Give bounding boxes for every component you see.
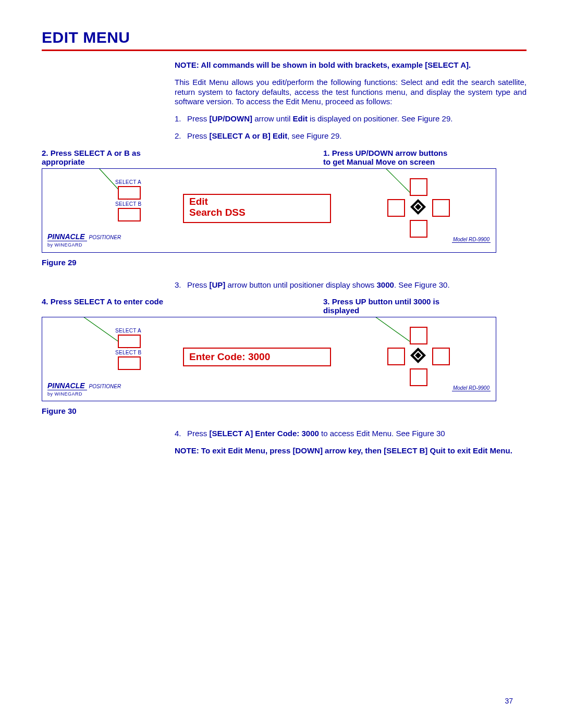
title-rule bbox=[42, 50, 527, 51]
callout-fig30-left: 4. Press SELECT A to enter code bbox=[42, 297, 167, 315]
arrow-down-button[interactable] bbox=[410, 368, 427, 386]
arrow-right-button[interactable] bbox=[432, 199, 450, 217]
page-number: 37 bbox=[505, 697, 513, 705]
lcd-display-fig29: Edit Search DSS bbox=[183, 194, 331, 223]
select-b-button[interactable] bbox=[118, 208, 141, 221]
dpad-center-icon bbox=[409, 198, 427, 216]
dpad bbox=[381, 327, 454, 384]
dpad bbox=[381, 178, 454, 236]
step-2: 2.Press [SELECT A or B] Edit, see Figure… bbox=[175, 131, 527, 141]
figure-29-caption: Figure 29 bbox=[42, 258, 527, 267]
brand-block: PINNACLEPOSITIONER by WINEGARD bbox=[47, 381, 121, 397]
select-a-label: SELECT A bbox=[115, 328, 141, 334]
lcd-display-fig30: Enter Code: 3000 bbox=[183, 348, 331, 366]
step-4: 4.Press [SELECT A] Enter Code: 3000 to a… bbox=[175, 429, 527, 439]
figure-30-caption: Figure 30 bbox=[42, 406, 527, 415]
select-a-button[interactable] bbox=[118, 186, 141, 200]
model-label: Model RD-9900 bbox=[452, 385, 491, 391]
exit-note: NOTE: To exit Edit Menu, press [DOWN] ar… bbox=[175, 446, 527, 456]
device-panel-fig29: SELECT A SELECT B Edit Search DSS PINNAC… bbox=[42, 168, 496, 253]
intro-paragraph: This Edit Menu allows you edit/perform t… bbox=[175, 78, 527, 107]
arrow-left-button[interactable] bbox=[387, 199, 405, 217]
step-1: 1.Press [UP/DOWN] arrow until Edit is di… bbox=[175, 114, 527, 124]
callout-fig30-right: 3. Press UP button until 3000 is display… bbox=[323, 297, 454, 315]
select-a-label: SELECT A bbox=[115, 179, 141, 185]
brand-block: PINNACLEPOSITIONER by WINEGARD bbox=[47, 232, 121, 248]
step-3: 3.Press [UP] arrow button until position… bbox=[175, 280, 527, 290]
select-a-button[interactable] bbox=[118, 335, 141, 348]
select-b-label: SELECT B bbox=[115, 350, 142, 355]
dpad-center-icon bbox=[409, 347, 427, 364]
arrow-left-button[interactable] bbox=[387, 348, 405, 365]
model-label: Model RD-9900 bbox=[452, 237, 491, 243]
select-b-button[interactable] bbox=[118, 356, 141, 370]
page-title: EDIT MENU bbox=[42, 29, 527, 46]
arrow-up-button[interactable] bbox=[410, 178, 427, 196]
arrow-down-button[interactable] bbox=[410, 220, 427, 238]
note-commands: NOTE: All commands will be shown in bold… bbox=[175, 60, 527, 70]
arrow-right-button[interactable] bbox=[432, 348, 450, 365]
callout-fig29-right: 1. Press UP/DOWN arrow buttons to get Ma… bbox=[323, 149, 454, 166]
callout-fig29-left: 2. Press SELECT A or B as appropriate bbox=[42, 149, 167, 166]
device-panel-fig30: SELECT A SELECT B Enter Code: 3000 PINNA… bbox=[42, 317, 496, 401]
arrow-up-button[interactable] bbox=[410, 327, 427, 344]
select-b-label: SELECT B bbox=[115, 201, 142, 207]
